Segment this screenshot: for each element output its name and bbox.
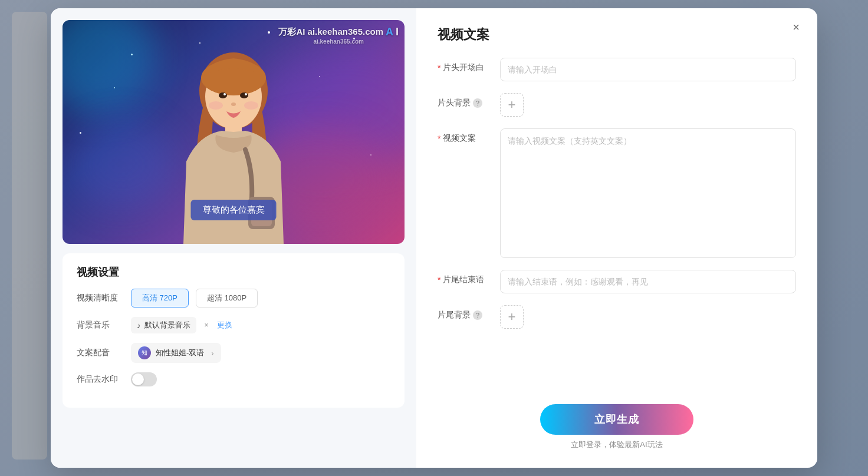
footer-bg-label-text: 片尾背景 — [438, 310, 471, 320]
footer-bg-help-icon[interactable]: ? — [473, 310, 482, 320]
voice-chevron-icon: › — [211, 349, 213, 358]
music-label: 背景音乐 — [77, 320, 124, 330]
script-textarea[interactable] — [500, 128, 796, 258]
footer-bg-label: 片尾背景 ? — [438, 305, 491, 320]
script-label: * 视频文案 — [438, 128, 491, 144]
video-preview: 万彩AI ai.keehan365.com A I ai.keehan365.c… — [63, 20, 405, 244]
quality-row: 视频清晰度 高清 720P 超清 1080P — [77, 289, 390, 308]
opening-required: * — [438, 63, 440, 72]
settings-section: 视频设置 视频清晰度 高清 720P 超清 1080P 背景音乐 ♪ 默认背景音… — [63, 253, 405, 408]
watermark-row: 作品去水印 — [77, 372, 390, 386]
subtitle-bar: 尊敬的各位嘉宾 — [191, 200, 277, 220]
ending-label-text: 片尾结束语 — [443, 275, 484, 285]
right-title: 视频文案 — [438, 26, 796, 44]
music-close-button[interactable]: × — [203, 320, 210, 330]
login-hint: 立即登录，体验最新AI玩法 — [571, 439, 662, 450]
svg-point-5 — [223, 93, 226, 95]
header-bg-help-icon[interactable]: ? — [473, 98, 482, 108]
music-row: 背景音乐 ♪ 默认背景音乐 × 更换 — [77, 317, 390, 333]
footer-bg-row: 片尾背景 ? + — [438, 305, 796, 329]
watermark-label: 作品去水印 — [77, 374, 124, 385]
settings-title: 视频设置 — [77, 265, 390, 279]
music-icon: ♪ — [137, 321, 141, 330]
close-button[interactable]: × — [787, 18, 805, 37]
music-change-button[interactable]: 更换 — [217, 320, 232, 330]
modal-container: × — [51, 8, 817, 468]
ending-input[interactable] — [500, 270, 796, 293]
script-row: * 视频文案 — [438, 128, 796, 258]
svg-point-4 — [240, 92, 248, 98]
music-name: 默认背景音乐 — [144, 320, 190, 330]
quality-720p-button[interactable]: 高清 720P — [131, 289, 189, 308]
modal-overlay: × — [0, 0, 868, 476]
right-panel: 视频文案 * 片头开场白 片头背景 ? + * — [416, 8, 817, 468]
header-bg-label-text: 片头背景 — [438, 98, 471, 108]
watermark-toggle[interactable] — [131, 372, 157, 386]
voice-label: 文案配音 — [77, 348, 124, 358]
svg-point-7 — [231, 103, 236, 106]
voice-avatar: 知 — [138, 346, 151, 359]
quality-label: 视频清晰度 — [77, 293, 124, 303]
script-label-text: 视频文案 — [443, 133, 476, 144]
voice-selector[interactable]: 知 知性姐姐-双语 › — [131, 343, 221, 363]
generate-button[interactable]: 立即生成 — [540, 404, 693, 435]
ending-label: * 片尾结束语 — [438, 270, 491, 285]
voice-name: 知性姐姐-双语 — [156, 348, 204, 358]
svg-point-6 — [245, 93, 247, 95]
ending-row: * 片尾结束语 — [438, 270, 796, 293]
header-bg-row: 片头背景 ? + — [438, 93, 796, 117]
ending-required: * — [438, 275, 440, 285]
footer-bg-add-button[interactable]: + — [500, 305, 524, 329]
video-watermark: 万彩AI ai.keehan365.com A I ai.keehan365.c… — [278, 26, 399, 45]
quality-1080p-button[interactable]: 超清 1080P — [196, 289, 258, 308]
header-bg-add-button[interactable]: + — [500, 93, 524, 117]
watermark-text: 万彩AI ai.keehan365.com — [278, 27, 383, 38]
svg-point-3 — [219, 92, 227, 98]
voice-row: 文案配音 知 知性姐姐-双语 › — [77, 343, 390, 363]
opening-label: * 片头开场白 — [438, 58, 491, 73]
svg-point-8 — [209, 101, 223, 110]
opening-input[interactable] — [500, 58, 796, 81]
opening-label-text: 片头开场白 — [443, 62, 484, 73]
music-tag: ♪ 默认背景音乐 — [131, 317, 196, 333]
svg-point-9 — [244, 101, 258, 110]
opening-row: * 片头开场白 — [438, 58, 796, 81]
toggle-thumb — [132, 373, 144, 385]
header-bg-label: 片头背景 ? — [438, 93, 491, 108]
generate-section: 立即生成 立即登录，体验最新AI玩法 — [438, 395, 796, 450]
left-panel: 万彩AI ai.keehan365.com A I ai.keehan365.c… — [51, 8, 416, 468]
script-required: * — [438, 134, 440, 143]
